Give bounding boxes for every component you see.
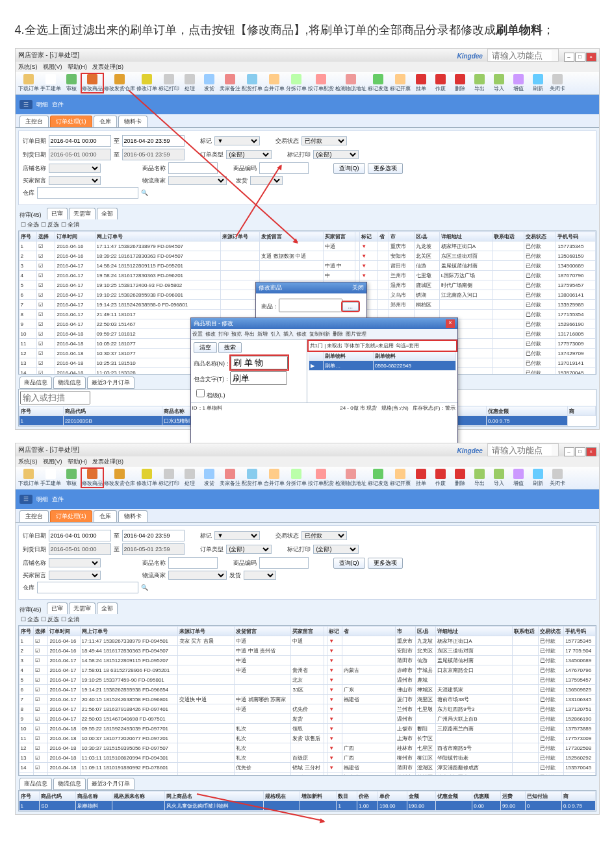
toolbar-挂单[interactable]: 挂单 (412, 74, 430, 92)
kingdee-logo: Kingdee (457, 53, 482, 60)
toolbar-关闭卡[interactable]: 关闭卡 (548, 469, 567, 487)
toolbar-修改订单[interactable]: 修改订单 (136, 74, 157, 92)
toolbar-标记打印[interactable]: 标记打印 (159, 74, 179, 92)
toolbar-卖家备注[interactable]: 卖家备注 (220, 469, 240, 487)
modify-goods-popup: 修改商品关闭 商品：... (255, 282, 367, 322)
toolbar-导出[interactable]: 导出 (470, 469, 489, 487)
pick-goods-button[interactable]: ... (342, 302, 359, 311)
toolbar-标记发送[interactable]: 标记发送 (368, 469, 389, 487)
toolbar-导入[interactable]: 导入 (490, 74, 508, 92)
toolbar-作废[interactable]: 作废 (431, 74, 450, 92)
window-titlebar: 网店管家 - [订单处理] Kingdee –□× (16, 49, 599, 62)
toolbar-修改订单[interactable]: 修改订单 (136, 469, 157, 487)
toolbar-作废[interactable]: 作废 (431, 469, 450, 487)
toolbar-配货打单[interactable]: 配货打单 (242, 469, 262, 487)
toolbar-配货打单[interactable]: 配货打单 (242, 74, 262, 92)
toolbar-标记开票[interactable]: 标记开票 (390, 469, 411, 487)
toolbar-修改发货仓库[interactable]: 修改发货仓库 (104, 74, 135, 92)
toolbar-审核[interactable]: 审核 (62, 74, 81, 92)
close-icon[interactable]: 关闭 (352, 284, 364, 292)
toolbar-修改商品[interactable]: 修改商品 (82, 74, 103, 92)
toolbar-刷新[interactable]: 刷新 (529, 469, 547, 487)
toolbar-标记发送[interactable]: 标记发送 (368, 74, 389, 92)
toolbar-处理[interactable]: 处理 (181, 74, 199, 92)
toolbar-检测物流地址[interactable]: 检测物流地址 (335, 469, 366, 487)
window-titlebar: 网店管家 - [订单处理] Kingdee –□× (16, 443, 599, 456)
close-icon[interactable]: × (446, 319, 454, 328)
toolbar-发货[interactable]: 发货 (200, 74, 218, 92)
sub-bar: ☰ 明细 查件 (16, 95, 599, 114)
menu-bar[interactable]: 系统(S)视图(V)帮助(H)发票处理(B) (16, 62, 599, 72)
toolbar-检测物流地址[interactable]: 检测物流地址 (335, 74, 366, 92)
toolbar-处理[interactable]: 处理 (181, 469, 199, 487)
more-options-button[interactable]: 更多选项 (368, 163, 403, 174)
toolbar-审核[interactable]: 审核 (62, 469, 81, 487)
orders-grid[interactable]: 序号选择订单时间网上订单号来源订单号发货留言买家留言标记省市区/县详细地址联系电… (18, 625, 596, 776)
toolbar-增值[interactable]: 增值 (509, 469, 528, 487)
result-header: 共1门 | 未取出 字体加下划线=未启用 勾选=套用 (309, 341, 456, 351)
toolbar-手工建单[interactable]: 手工建单 (40, 74, 61, 92)
order-state-tabs[interactable]: 待审(45) 已审 无需审 全部 (16, 208, 599, 219)
goods-item-popup: 商品项目 - 修改× 设置修改打印预览导出新增引入插入修改复制到新删除图片管理 … (190, 317, 458, 462)
query-button[interactable]: 查询(Q) (333, 163, 365, 174)
toolbar-删除[interactable]: 删除 (451, 74, 469, 92)
toolbar-合并订单[interactable]: 合并订单 (264, 469, 285, 487)
toolbar-发货[interactable]: 发货 (200, 469, 218, 487)
instruction-text: 4.全选上面过滤出来的刷单订单，点击按钮【修改商品】,将刷单订单的全部商品分录都… (15, 19, 600, 40)
toolbar-卖家备注[interactable]: 卖家备注 (220, 74, 240, 92)
main-tabs[interactable]: 主控台 订单处理(1) 仓库 物料卡 (16, 114, 599, 128)
toolbar-关闭卡[interactable]: 关闭卡 (548, 74, 567, 92)
main-toolbar: 下载订单手工建单审核修改商品修改发货仓库修改订单标记打印处理发货卖家备注配货打单… (16, 467, 599, 490)
toolbar-增值[interactable]: 增值 (509, 74, 528, 92)
toolbar-标记打印[interactable]: 标记打印 (159, 469, 179, 487)
toolbar-刷新[interactable]: 刷新 (529, 74, 547, 92)
toolbar-下载订单[interactable]: 下载订单 (18, 74, 39, 92)
toolbar-删除[interactable]: 删除 (451, 469, 469, 487)
toolbar-修改商品[interactable]: 修改商品 (82, 469, 103, 487)
filter-panel: 订单日期 至 标记▼ 交易状态已付款 到货日期 至 订单类型(全部) 标记打印(… (18, 525, 596, 600)
toolbar-下载订单[interactable]: 下载订单 (18, 469, 39, 487)
toolbar-标记开票[interactable]: 标记开票 (390, 74, 411, 92)
window-buttons[interactable]: –□× (563, 53, 596, 60)
toolbar-挂单[interactable]: 挂单 (412, 469, 430, 487)
toolbar-按订单配货[interactable]: 按订单配货 (308, 469, 334, 487)
toolbar-按订单配货[interactable]: 按订单配货 (308, 74, 334, 92)
toolbar-修改发货仓库[interactable]: 修改发货仓库 (104, 469, 135, 487)
screenshot-2: 网店管家 - [订单处理] Kingdee –□× 系统(S)视图(V)帮助(H… (15, 443, 600, 815)
toolbar-手工建单[interactable]: 手工建单 (40, 469, 61, 487)
toolbar-分拆订单[interactable]: 分拆订单 (286, 74, 307, 92)
toolbar-合并订单[interactable]: 合并订单 (264, 74, 285, 92)
toolbar-分拆订单[interactable]: 分拆订单 (286, 469, 307, 487)
main-toolbar: 下载订单手工建单审核修改商品修改发货仓库修改订单标记打印处理发货卖家备注配货打单… (16, 72, 599, 95)
toolbar-导出[interactable]: 导出 (470, 74, 489, 92)
filter-panel: 订单日期 至 标记▼ 交易状态已付款 到货日期 至 订单类型(全部) 标记打印(… (18, 130, 596, 205)
top-search[interactable] (491, 50, 552, 61)
toolbar-导入[interactable]: 导入 (490, 469, 508, 487)
window-title: 网店管家 - [订单处理] (18, 51, 79, 60)
